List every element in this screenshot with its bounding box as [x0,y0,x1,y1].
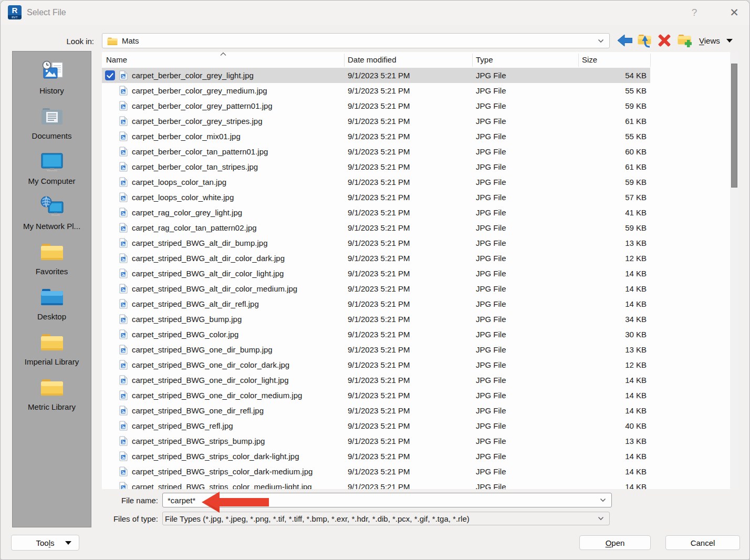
date-modified-cell: 9/1/2023 5:21 PM [348,190,410,205]
file-row[interactable]: carpet_berber_color_grey_pattern01.jpg 9… [102,98,738,113]
column-header-date-modified[interactable]: Date modified [348,55,397,64]
file-row[interactable]: carpet_berber_color_grey_medium.jpg 9/1/… [102,83,738,98]
back-button[interactable] [617,32,633,49]
file-name-cell: carpet_striped_BWG_one_dir_bump.jpg [132,342,273,357]
jpg-file-icon [119,131,128,141]
jpg-file-icon [119,406,128,416]
up-one-level-button[interactable] [637,32,652,49]
file-row[interactable]: carpet_striped_BWG_one_dir_color_light.j… [102,372,738,388]
jpg-file-icon [119,192,128,202]
sidebar-item-label: History [39,86,64,95]
sidebar-item-imperial-library[interactable]: Imperial Library [13,328,91,373]
file-name-label: File name: [53,496,158,505]
jpg-file-icon [119,360,128,370]
sidebar-item-label: Documents [32,131,72,140]
history-icon [40,57,64,84]
new-folder-button[interactable] [676,32,692,49]
file-row[interactable]: carpet_striped_BWG_bump.jpg 9/1/2023 5:2… [102,312,738,327]
file-row[interactable]: carpet_striped_BWG_refl.jpg 9/1/2023 5:2… [102,418,738,433]
selected-checkbox[interactable] [105,70,115,80]
places-sidebar: History Documents My Computer My Network… [12,51,91,527]
jpg-file-icon [119,345,128,355]
type-cell: JPG File [476,83,506,98]
file-row[interactable]: carpet_striped_BWG_alt_dir_color_dark.jp… [102,251,738,266]
column-divider[interactable] [578,54,579,67]
vertical-scrollbar[interactable] [730,52,738,489]
sidebar-item-documents[interactable]: Documents [13,102,91,147]
delete-x-icon [658,34,671,47]
sidebar-item-favorites[interactable]: Favorites [13,237,91,283]
sidebar-item-desktop[interactable]: Desktop [13,283,91,328]
column-divider[interactable] [344,54,345,67]
file-row[interactable]: carpet_striped_BWG_one_dir_color_dark.jp… [102,357,738,372]
type-cell: JPG File [476,372,506,388]
file-row[interactable]: carpet_loops_color_tan.jpg 9/1/2023 5:21… [102,174,738,190]
file-row[interactable]: carpet_berber_color_tan_stripes.jpg 9/1/… [102,159,738,174]
file-row[interactable]: carpet_striped_BWG_one_dir_refl.jpg 9/1/… [102,403,738,418]
date-modified-cell: 9/1/2023 5:21 PM [348,83,410,98]
column-divider[interactable] [472,54,473,67]
file-row[interactable]: carpet_striped_BWG_one_dir_bump.jpg 9/1/… [102,342,738,357]
file-row[interactable]: carpet_striped_BWG_strips_color_dark-med… [102,464,738,479]
file-row[interactable]: carpet_striped_BWG_alt_dir_bump.jpg 9/1/… [102,235,738,251]
revit-logo-letter: R [8,5,22,15]
date-modified-cell: 9/1/2023 5:21 PM [348,403,410,418]
jpg-file-icon [119,299,128,309]
file-row[interactable]: carpet_berber_color_mix01.jpg 9/1/2023 5… [102,129,738,144]
type-cell: JPG File [476,312,506,327]
size-cell: 40 KB [578,418,647,433]
column-header-type[interactable]: Type [476,55,493,64]
date-modified-cell: 9/1/2023 5:21 PM [348,251,410,266]
file-row[interactable]: carpet_striped_BWG_alt_dir_color_medium.… [102,281,738,296]
type-cell: JPG File [476,113,506,129]
size-cell: 54 KB [578,68,647,83]
tools-button[interactable]: Tools [11,535,79,551]
size-cell: 14 KB [578,266,647,281]
cancel-button[interactable]: Cancel [665,535,740,550]
sidebar-item-my-computer[interactable]: My Computer [13,147,91,192]
help-button[interactable]: ? [685,5,703,20]
sidebar-item-history[interactable]: History [13,57,91,102]
date-modified-cell: 9/1/2023 5:21 PM [348,68,410,83]
scrollbar-thumb[interactable] [731,64,737,188]
jpg-file-icon [119,238,128,248]
file-row[interactable]: carpet_berber_color_grey_stripes.jpg 9/1… [102,113,738,129]
revit-logo-icon: R RVT [8,5,22,19]
file-name-cell: carpet_berber_color_grey_medium.jpg [132,83,267,98]
delete-button[interactable] [657,32,672,49]
column-header-name[interactable]: Name [106,55,127,64]
file-row[interactable]: carpet_rag_color_grey_light.jpg 9/1/2023… [102,205,738,220]
file-name-value: *carpet* [168,496,195,505]
close-button[interactable]: ✕ [724,5,744,20]
jpg-file-icon [119,284,128,294]
file-row[interactable]: carpet_loops_color_white.jpg 9/1/2023 5:… [102,190,738,205]
column-divider[interactable] [650,54,651,67]
file-name-cell: carpet_berber_color_tan_stripes.jpg [132,159,258,174]
look-in-dropdown[interactable]: Mats [102,33,610,48]
file-row[interactable]: carpet_striped_BWG_strips_bump.jpg 9/1/2… [102,433,738,449]
date-modified-cell: 9/1/2023 5:21 PM [348,144,410,159]
date-modified-cell: 9/1/2023 5:21 PM [348,159,410,174]
file-row[interactable]: carpet_berber_color_grey_light.jpg 9/1/2… [102,68,738,83]
views-button[interactable]: Views [699,32,733,49]
file-row[interactable]: carpet_rag_color_tan_pattern02.jpg 9/1/2… [102,220,738,235]
sidebar-item-metric-library[interactable]: Metric Library [13,373,91,418]
files-of-type-value: File Types (*.jpg, *.jpeg, *.png, *.tif,… [165,514,470,523]
size-cell: 14 KB [578,372,647,388]
title-bar: R RVT Select File ? ✕ [1,1,749,25]
file-row[interactable]: carpet_striped_BWG_color.jpg 9/1/2023 5:… [102,327,738,342]
open-button[interactable]: Open [579,535,651,550]
column-header-size[interactable]: Size [582,55,597,64]
sidebar-item-my-network-places[interactable]: My Network Pl... [13,192,91,237]
type-cell: JPG File [476,266,506,281]
jpg-file-icon [119,147,128,157]
file-name-cell: carpet_berber_color_tan_pattern01.jpg [132,144,268,159]
jpg-file-icon [119,375,128,385]
file-row[interactable]: carpet_striped_BWG_strips_color_medium-l… [102,479,738,489]
size-cell: 59 KB [578,98,647,113]
file-row[interactable]: carpet_striped_BWG_one_dir_color_medium.… [102,388,738,403]
file-row[interactable]: carpet_striped_BWG_alt_dir_color_light.j… [102,266,738,281]
file-row[interactable]: carpet_berber_color_tan_pattern01.jpg 9/… [102,144,738,159]
file-row[interactable]: carpet_striped_BWG_strips_color_dark-lig… [102,449,738,464]
file-row[interactable]: carpet_striped_BWG_alt_dir_refl.jpg 9/1/… [102,296,738,312]
